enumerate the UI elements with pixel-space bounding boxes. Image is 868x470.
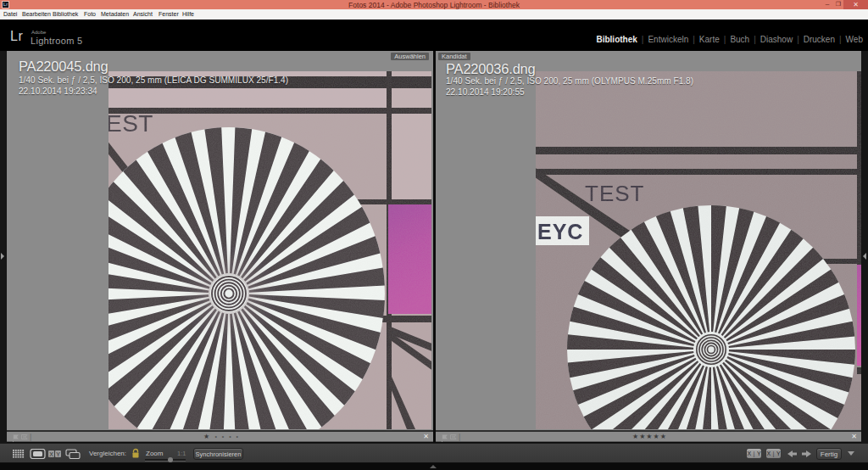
svg-text:EYC: EYC bbox=[537, 220, 583, 243]
svg-text:Y: Y bbox=[56, 451, 60, 457]
svg-text:TEST: TEST bbox=[585, 181, 644, 206]
svg-text:EST: EST bbox=[108, 110, 153, 137]
svg-text:X: X bbox=[49, 451, 53, 457]
